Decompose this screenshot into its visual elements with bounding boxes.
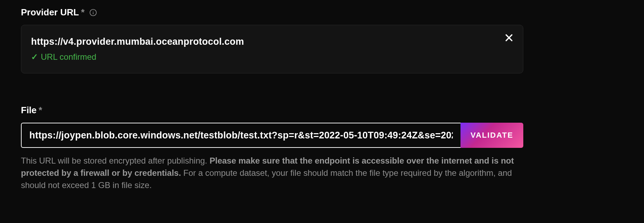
required-asterisk: * (81, 7, 84, 18)
helper-pre: This URL will be stored encrypted after … (21, 156, 210, 165)
provider-url-value: https://v4.provider.mumbai.oceanprotocol… (31, 36, 509, 47)
validate-button[interactable]: VALIDATE (460, 123, 523, 148)
required-asterisk: * (39, 105, 42, 116)
file-url-input[interactable] (21, 123, 460, 148)
provider-url-box: https://v4.provider.mumbai.oceanprotocol… (21, 25, 523, 73)
svg-point-2 (93, 10, 93, 11)
url-confirmed-text: URL confirmed (41, 52, 96, 62)
provider-url-label: Provider URL * (21, 7, 523, 18)
file-label: File * (21, 105, 523, 116)
provider-url-label-text: Provider URL (21, 7, 79, 18)
file-input-row: VALIDATE (21, 123, 523, 148)
info-icon[interactable] (89, 9, 97, 16)
file-label-text: File (21, 105, 37, 116)
file-helper-text: This URL will be stored encrypted after … (21, 155, 523, 191)
url-confirmed-status: ✓ URL confirmed (31, 52, 509, 62)
close-icon[interactable] (504, 33, 514, 43)
check-icon: ✓ (31, 52, 38, 62)
